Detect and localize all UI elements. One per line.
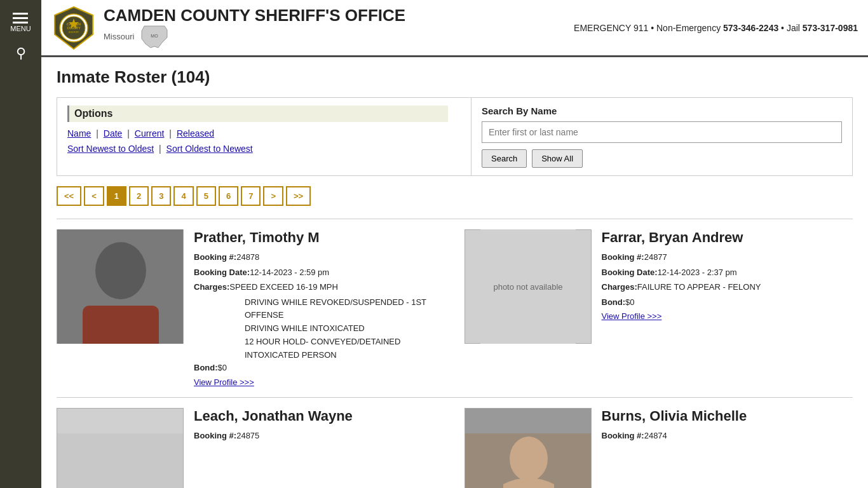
filter-links: Name | Date | Current | Released: [67, 128, 448, 139]
inmate-card-leach: Leach, Jonathan Wayne Booking #:24875: [57, 408, 445, 488]
menu-label: MENU: [10, 25, 31, 32]
search-label: Search By Name: [482, 105, 842, 116]
inmate-info-leach: Leach, Jonathan Wayne Booking #:24875: [194, 408, 445, 488]
booking-date-prather: Booking Date:12-14-2023 - 2:59 pm: [194, 266, 445, 279]
inmate-name-leach: Leach, Jonathan Wayne: [194, 408, 445, 424]
menu-button[interactable]: MENU: [7, 6, 34, 39]
svg-text:MO: MO: [151, 34, 159, 38]
booking-date-farrar: Booking Date:12-14-2023 - 2:37 pm: [602, 266, 853, 279]
svg-point-15: [510, 437, 548, 481]
pagination-page-2[interactable]: 2: [129, 186, 149, 206]
main-content: Inmate Roster (104) Options Name | Date …: [41, 57, 868, 488]
pagination-page-5[interactable]: 5: [196, 186, 216, 206]
search-buttons: Search Show All: [482, 149, 842, 168]
options-heading: Options: [67, 105, 448, 122]
svg-rect-10: [83, 306, 159, 344]
booking-num-farrar: Booking #:24877: [602, 251, 853, 264]
state-label: Missouri: [104, 32, 134, 41]
pagination-prev[interactable]: <: [84, 186, 104, 206]
hamburger-icon: [10, 13, 31, 24]
contact-info: EMERGENCY 911 • Non-Emergency 573-346-22…: [574, 23, 858, 33]
inmate-name-burns: Burns, Olivia Michelle: [602, 408, 853, 424]
jail-label: Jail: [787, 23, 800, 33]
sort-links: Sort Newest to Oldest | Sort Oldest to N…: [67, 144, 448, 154]
inmate-info-prather: Prather, Timothy M Booking #:24878 Booki…: [194, 229, 445, 387]
pagination-last[interactable]: >>: [286, 186, 311, 206]
view-profile-prather[interactable]: View Profile >>>: [194, 377, 254, 387]
inmate-photo-burns: [465, 408, 592, 488]
svg-rect-13: [57, 433, 183, 488]
show-all-button[interactable]: Show All: [532, 149, 583, 168]
svg-point-9: [95, 242, 146, 299]
inmate-row-2: Leach, Jonathan Wayne Booking #:24875 Bu…: [57, 408, 853, 488]
inmate-card-farrar: photo not available Farrar, Bryan Andrew…: [465, 229, 853, 387]
view-profile-farrar[interactable]: View Profile >>>: [602, 311, 662, 321]
filter-released-link[interactable]: Released: [177, 128, 214, 139]
site-header: CAMDEN COUNTY SHERIFF CAMDEN COUNTY SHER…: [41, 0, 868, 57]
pagination-page-6[interactable]: 6: [219, 186, 238, 206]
charges-prather: Charges:SPEED EXCEED 16-19 MPH: [194, 281, 445, 294]
svg-text:SHERIFF: SHERIFF: [68, 30, 79, 34]
filter-name-link[interactable]: Name: [67, 128, 91, 139]
pagination-next[interactable]: >: [263, 186, 283, 206]
inmate-card-burns: Burns, Olivia Michelle Booking #:24874: [465, 408, 853, 488]
inmate-photo-farrar: photo not available: [465, 229, 592, 344]
agency-title: CAMDEN COUNTY SHERIFF'S OFFICE: [104, 6, 405, 25]
search-button[interactable]: Search: [482, 149, 527, 168]
page-title: Inmate Roster (104): [57, 67, 853, 87]
charges-detail-prather: DRIVING WHILE REVOKED/SUSPENDED - 1ST OF…: [245, 296, 445, 362]
agency-name: CAMDEN COUNTY SHERIFF'S OFFICE Missouri …: [104, 6, 405, 49]
bond-farrar: Bond:$0: [602, 296, 853, 309]
options-panel: Options Name | Date | Current | Released…: [57, 97, 853, 176]
inmate-row-1: Prather, Timothy M Booking #:24878 Booki…: [57, 229, 853, 387]
charges-farrar: Charges:FAILURE TO APPEAR - FELONY: [602, 281, 853, 294]
pagination-page-3[interactable]: 3: [151, 186, 171, 206]
sort-oldest-link[interactable]: Sort Oldest to Newest: [166, 144, 253, 154]
divider-1: [57, 219, 853, 219]
pagination-first[interactable]: <<: [57, 186, 81, 206]
filter-current-link[interactable]: Current: [135, 128, 165, 139]
divider-2: [57, 397, 853, 398]
booking-num-leach: Booking #:24875: [194, 430, 445, 442]
bond-prather: Bond:$0: [194, 362, 445, 374]
sheriff-logo: CAMDEN COUNTY SHERIFF: [51, 6, 96, 50]
inmate-name-farrar: Farrar, Bryan Andrew: [602, 229, 853, 246]
pagination: << < 1 2 3 4 5 6 7 > >>: [57, 186, 853, 206]
svg-text:COUNTY: COUNTY: [67, 26, 81, 30]
inmate-card-prather: Prather, Timothy M Booking #:24878 Booki…: [57, 229, 445, 387]
booking-num-prather: Booking #:24878: [194, 251, 445, 264]
pagination-page-1[interactable]: 1: [107, 186, 126, 206]
inmate-info-farrar: Farrar, Bryan Andrew Booking #:24877 Boo…: [602, 229, 853, 387]
pagination-page-7[interactable]: 7: [241, 186, 261, 206]
emergency-label: EMERGENCY 911: [574, 23, 648, 33]
sort-newest-link[interactable]: Sort Newest to Oldest: [67, 144, 154, 154]
non-emergency-label: Non-Emergency: [656, 23, 721, 33]
svg-text:photo not available: photo not available: [493, 282, 562, 292]
inmate-photo-prather: [57, 229, 184, 344]
inmate-photo-leach: [57, 408, 184, 488]
missouri-map-icon: MO: [139, 25, 170, 49]
sidebar: MENU ⚲: [0, 0, 41, 488]
options-left: Options Name | Date | Current | Released…: [57, 98, 458, 175]
filter-date-link[interactable]: Date: [104, 128, 123, 139]
booking-num-burns: Booking #:24874: [602, 430, 853, 442]
header-branding: CAMDEN COUNTY SHERIFF CAMDEN COUNTY SHER…: [51, 6, 405, 50]
search-input[interactable]: [482, 121, 842, 143]
inmate-name-prather: Prather, Timothy M: [194, 229, 445, 246]
sidebar-search-button[interactable]: ⚲: [13, 39, 29, 68]
pagination-page-4[interactable]: 4: [173, 186, 193, 206]
inmate-info-burns: Burns, Olivia Michelle Booking #:24874: [602, 408, 853, 488]
non-emergency-phone: 573-346-2243: [723, 23, 778, 33]
jail-phone: 573-317-0981: [803, 23, 858, 33]
search-panel: Search By Name Search Show All: [471, 98, 852, 175]
